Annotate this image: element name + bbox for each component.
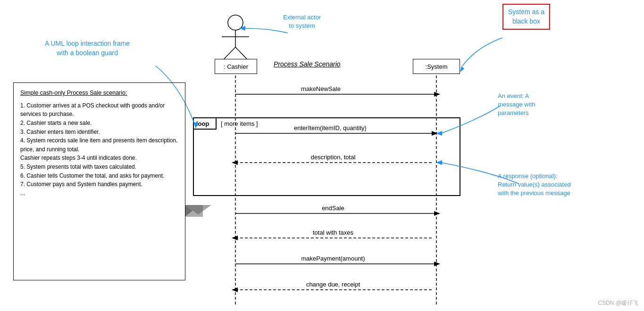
- uml-loop-annotation: A UML loop interaction framewith a boole…: [45, 39, 130, 57]
- svg-marker-36: [193, 123, 198, 129]
- svg-rect-8: [193, 118, 216, 129]
- svg-text:makePayment(amount): makePayment(amount): [301, 255, 365, 262]
- svg-point-0: [228, 15, 243, 30]
- event-message-annotation: An event: Amessage withparameters: [498, 92, 535, 118]
- svg-marker-21: [434, 211, 440, 216]
- svg-line-3: [224, 47, 235, 59]
- svg-text:total with taxes: total with taxes: [313, 229, 353, 236]
- svg-marker-35: [239, 26, 245, 31]
- scenario-title: Process Sale Scenario: [274, 60, 341, 68]
- svg-marker-15: [432, 131, 438, 136]
- system-lifeline-box: :System: [413, 59, 460, 74]
- svg-rect-7: [193, 118, 460, 196]
- svg-text:description, total: description, total: [311, 154, 356, 161]
- svg-marker-37: [460, 66, 464, 72]
- svg-marker-12: [434, 92, 440, 97]
- svg-marker-39: [436, 160, 442, 165]
- system-black-box-annotation: System as ablack box: [502, 4, 550, 30]
- diagram-container: loop [ more items ] makeNewSale enterIte…: [0, 0, 644, 311]
- external-actor-annotation: External actorto system: [283, 13, 321, 30]
- svg-marker-18: [232, 160, 238, 165]
- svg-marker-34: [185, 205, 192, 217]
- svg-text:change due, receipt: change due, receipt: [306, 281, 360, 288]
- svg-marker-27: [434, 262, 440, 266]
- svg-marker-38: [436, 131, 442, 136]
- svg-line-4: [235, 47, 247, 59]
- svg-marker-32: [185, 205, 203, 217]
- response-annotation: A response (optional):Return value(s) as…: [498, 172, 571, 198]
- svg-text:loop: loop: [196, 120, 209, 127]
- cashier-lifeline-box: : Cashier: [215, 59, 257, 74]
- svg-text:endSale: endSale: [322, 205, 344, 212]
- left-box-content: 1. Customer arrives at a POS checkout wi…: [20, 101, 178, 198]
- svg-marker-30: [232, 287, 238, 292]
- svg-marker-33: [185, 205, 211, 214]
- svg-text:makeNewSale: makeNewSale: [301, 85, 341, 92]
- watermark: CSDN @暖仔飞: [598, 299, 638, 307]
- svg-marker-24: [232, 236, 238, 240]
- left-description-box: Simple cash-only Process Sale scenario: …: [13, 82, 185, 280]
- svg-text:enterItem(itemID, quantity): enterItem(itemID, quantity): [294, 124, 367, 131]
- cashier-label: : Cashier: [224, 63, 248, 70]
- system-label: :System: [426, 63, 448, 70]
- left-box-title: Simple cash-only Process Sale scenario:: [20, 89, 178, 98]
- svg-text:[ more items ]: [ more items ]: [221, 120, 258, 127]
